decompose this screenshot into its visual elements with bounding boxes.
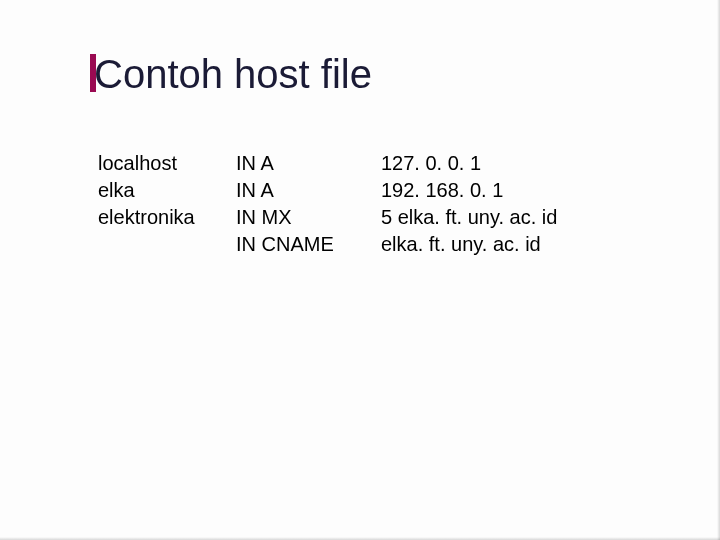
host-cell: elka — [98, 177, 236, 204]
title-block: Contoh host file — [90, 54, 372, 94]
slide: Contoh host file localhost elka elektron… — [0, 0, 720, 540]
record-cell: IN A — [236, 177, 381, 204]
record-cell: IN CNAME — [236, 231, 381, 258]
column-record: IN A IN A IN MX IN CNAME — [236, 150, 381, 258]
value-cell: elka. ft. uny. ac. id — [381, 231, 557, 258]
column-value: 127. 0. 0. 1 192. 168. 0. 1 5 elka. ft. … — [381, 150, 557, 258]
value-cell: 5 elka. ft. uny. ac. id — [381, 204, 557, 231]
value-cell: 192. 168. 0. 1 — [381, 177, 557, 204]
record-cell: IN MX — [236, 204, 381, 231]
host-cell: elektronika — [98, 204, 236, 231]
slide-title: Contoh host file — [94, 54, 372, 94]
host-file-table: localhost elka elektronika IN A IN A IN … — [98, 150, 557, 258]
record-cell: IN A — [236, 150, 381, 177]
host-cell: localhost — [98, 150, 236, 177]
column-host: localhost elka elektronika — [98, 150, 236, 258]
value-cell: 127. 0. 0. 1 — [381, 150, 557, 177]
